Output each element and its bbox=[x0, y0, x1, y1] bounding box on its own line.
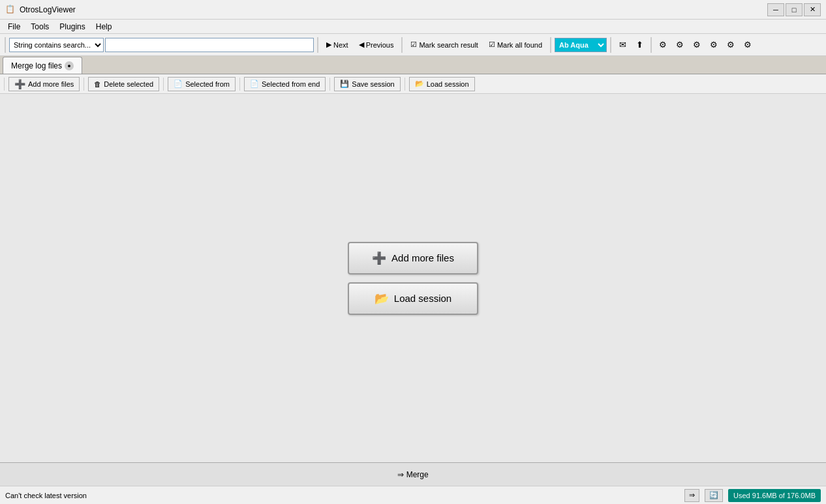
big-add-icon: ➕ bbox=[372, 251, 386, 265]
menu-help[interactable]: Help bbox=[91, 21, 117, 33]
toolbar-sep-4 bbox=[550, 37, 551, 53]
tab-close-button[interactable]: ● bbox=[65, 61, 74, 70]
previous-button[interactable]: ◀ Previous bbox=[354, 37, 399, 53]
status-bar: Can't check latest version ⇒ 🔄 Used 91.6… bbox=[0, 486, 826, 504]
app-title: OtrosLogViewer bbox=[20, 5, 767, 14]
merge-bar[interactable]: ⇒ Merge bbox=[0, 462, 826, 486]
sub-toolbar: ➕ Add more files 🗑 Delete selected 📄 Sel… bbox=[0, 74, 826, 94]
col-config-1[interactable]: ⚙ bbox=[655, 37, 671, 53]
merge-label: ⇒ Merge bbox=[397, 470, 428, 479]
content-area: ➕ Add more files 🗑 Delete selected 📄 Sel… bbox=[0, 74, 826, 486]
delete-icon: 🗑 bbox=[94, 80, 101, 88]
sub-sep-2 bbox=[163, 78, 164, 91]
tab-merge-log-files[interactable]: Merge log files ● bbox=[3, 57, 82, 74]
selected-from-end-button[interactable]: 📄 Selected from end bbox=[244, 77, 326, 91]
next-arrow-icon: ▶ bbox=[326, 40, 331, 49]
add-more-files-button[interactable]: ➕ Add more files bbox=[8, 77, 80, 91]
search-input[interactable] bbox=[105, 38, 314, 52]
sub-sep-0 bbox=[4, 78, 5, 91]
main-toolbar: String contains search... ▶ Next ◀ Previ… bbox=[0, 34, 826, 56]
delete-selected-button[interactable]: 🗑 Delete selected bbox=[88, 77, 159, 91]
prev-arrow-icon: ◀ bbox=[359, 40, 364, 49]
memory-badge: Used 91.6MB of 176.0MB bbox=[728, 489, 821, 502]
checkmark-icon: ☑ bbox=[410, 40, 417, 49]
title-bar: 📋 OtrosLogViewer ─ □ ✕ bbox=[0, 0, 826, 20]
export-button[interactable]: ⬆ bbox=[632, 37, 647, 53]
col-config-2[interactable]: ⚙ bbox=[672, 37, 688, 53]
add-more-files-center-button[interactable]: ➕ Add more files bbox=[348, 242, 478, 274]
window-controls: ─ □ ✕ bbox=[767, 3, 821, 16]
menu-plugins[interactable]: Plugins bbox=[54, 21, 90, 33]
mark-search-result-button[interactable]: ☑ Mark search result bbox=[406, 37, 482, 53]
envelope-button[interactable]: ✉ bbox=[615, 37, 630, 53]
add-icon: ➕ bbox=[14, 79, 25, 89]
tab-bar: Merge log files ● bbox=[0, 56, 826, 74]
toolbar-sep-6 bbox=[650, 37, 652, 53]
sub-sep-5 bbox=[405, 78, 405, 91]
save-icon: 💾 bbox=[340, 80, 349, 88]
app-icon: 📋 bbox=[5, 5, 16, 15]
col-config-3[interactable]: ⚙ bbox=[689, 37, 705, 53]
tab-label: Merge log files bbox=[11, 61, 62, 70]
highlight-color-select[interactable]: Ab Aqua Ab Red Ab Green Ab Yellow bbox=[555, 38, 607, 52]
big-load-icon: 📂 bbox=[375, 291, 389, 306]
menu-bar: File Tools Plugins Help bbox=[0, 20, 826, 34]
toolbar-sep-3 bbox=[401, 37, 403, 53]
mark-all-found-button[interactable]: ☑ Mark all found bbox=[484, 37, 547, 53]
toolbar-sep-1 bbox=[5, 37, 6, 53]
from-end-icon: 📄 bbox=[250, 80, 259, 88]
status-btn-2[interactable]: 🔄 bbox=[705, 489, 723, 502]
load-icon: 📂 bbox=[415, 80, 424, 88]
status-text: Can't check latest version bbox=[5, 492, 679, 499]
menu-tools[interactable]: Tools bbox=[25, 21, 54, 33]
load-session-toolbar-button[interactable]: 📂 Load session bbox=[409, 77, 475, 91]
col-config-4[interactable]: ⚙ bbox=[706, 37, 722, 53]
toolbar-sep-2 bbox=[317, 37, 318, 53]
search-type-select[interactable]: String contains search... bbox=[9, 38, 104, 52]
selected-from-button[interactable]: 📄 Selected from bbox=[168, 77, 236, 91]
col-config-5[interactable]: ⚙ bbox=[723, 37, 739, 53]
next-button[interactable]: ▶ Next bbox=[322, 37, 353, 53]
sub-sep-4 bbox=[329, 78, 330, 91]
center-buttons: ➕ Add more files 📂 Load session bbox=[348, 242, 478, 315]
maximize-button[interactable]: □ bbox=[786, 3, 803, 16]
from-icon: 📄 bbox=[174, 80, 183, 88]
minimize-button[interactable]: ─ bbox=[767, 3, 784, 16]
status-btn-1[interactable]: ⇒ bbox=[684, 489, 699, 502]
toolbar-sep-5 bbox=[610, 37, 611, 53]
sub-sep-3 bbox=[239, 78, 240, 91]
menu-file[interactable]: File bbox=[3, 21, 25, 33]
sub-sep-1 bbox=[84, 78, 84, 91]
main-content: ➕ Add more files 📂 Load session bbox=[0, 94, 826, 462]
save-session-button[interactable]: 💾 Save session bbox=[334, 77, 400, 91]
close-button[interactable]: ✕ bbox=[804, 3, 821, 16]
load-session-center-button[interactable]: 📂 Load session bbox=[348, 282, 478, 315]
check-all-icon: ☑ bbox=[489, 40, 495, 49]
col-config-6[interactable]: ⚙ bbox=[740, 37, 756, 53]
